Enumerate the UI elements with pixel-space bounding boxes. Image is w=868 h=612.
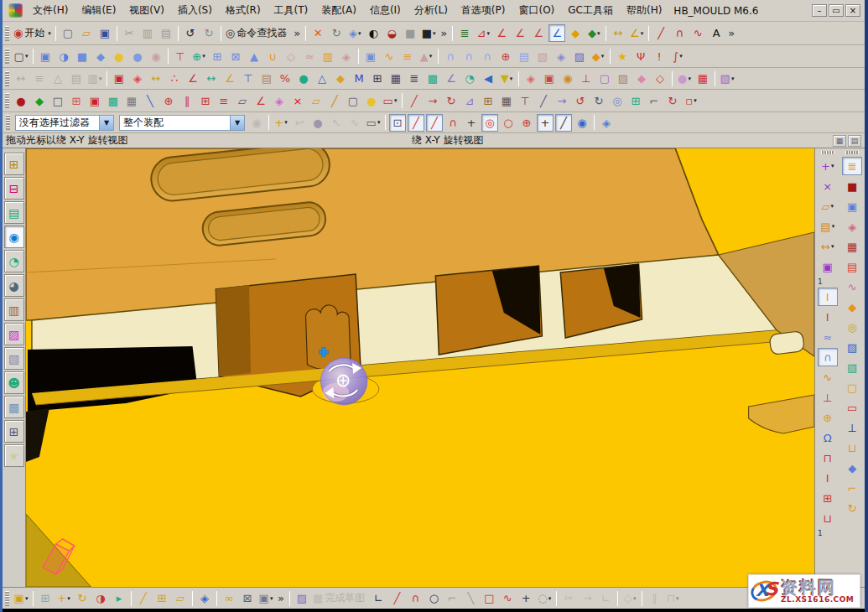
chamfer-icon[interactable]: ◇: [283, 48, 299, 65]
snap-quadrant-icon[interactable]: ○: [500, 114, 517, 132]
dropdown-arrow-icon[interactable]: ▾: [429, 53, 433, 60]
toolbar-overflow-chevron[interactable]: »: [276, 589, 286, 607]
selection-scope-dropdown[interactable]: 整个装配 ▼: [119, 115, 245, 131]
roles-tab[interactable]: ☻: [4, 371, 24, 394]
assembly-navigator-tab[interactable]: ⊞: [4, 153, 24, 175]
dropdown-arrow-icon[interactable]: ▾: [830, 203, 834, 210]
undo-icon[interactable]: ↺: [182, 24, 199, 42]
mw-bounding-box-icon[interactable]: ▣: [818, 257, 838, 276]
mw-delete-component-icon[interactable]: ×: [818, 177, 838, 195]
reflection-analysis-icon[interactable]: ∫▾: [669, 48, 686, 65]
sew-icon[interactable]: ▨: [571, 48, 588, 65]
layer-settings-icon[interactable]: ▢: [345, 92, 361, 110]
sketch-spline-icon[interactable]: ∿: [499, 589, 516, 607]
offset-surface-icon[interactable]: ∿: [381, 48, 398, 65]
gift-box-icon[interactable]: ▣: [86, 92, 103, 110]
dropdown-arrow-icon[interactable]: ▾: [510, 75, 513, 82]
corner-l-icon[interactable]: ⌐: [646, 92, 663, 110]
dropdown-arrow-icon[interactable]: ▾: [694, 97, 697, 104]
sketch-rectangle-icon[interactable]: □: [481, 589, 497, 607]
frame-red-icon[interactable]: ▭▾: [382, 92, 398, 110]
mw-frame-wire-icon[interactable]: ▭: [842, 398, 862, 417]
circle-pattern-icon[interactable]: ◎: [609, 92, 626, 110]
mw-surface-pink-icon[interactable]: ◆: [633, 70, 650, 87]
circle-target-icon[interactable]: ⊕: [160, 92, 177, 110]
styled-sweep-icon[interactable]: ∩: [460, 48, 477, 65]
dropdown-arrow-icon[interactable]: ▾: [601, 53, 605, 60]
command-finder-icon[interactable]: ◎命令查找器: [225, 24, 290, 42]
mw-pin-tall-icon[interactable]: I: [818, 288, 838, 306]
dropdown-arrow-icon[interactable]: ▾: [270, 595, 273, 602]
through-curves-icon[interactable]: ▤: [516, 48, 533, 65]
mw-core-cavity-pair-icon[interactable]: ◆: [842, 459, 862, 477]
system-materials-tab[interactable]: ▧: [4, 347, 24, 370]
suppress-component-icon[interactable]: ▸: [111, 589, 127, 607]
remember-constraints-icon[interactable]: ╱: [135, 589, 152, 607]
dropdown-arrow-icon[interactable]: ▾: [99, 75, 102, 82]
redo-icon[interactable]: ↻: [200, 24, 217, 42]
drag-line-icon[interactable]: ╱: [535, 92, 552, 110]
revolve-icon[interactable]: ◑: [55, 48, 72, 65]
mw-mold-base-icon[interactable]: ⊥: [842, 418, 862, 437]
move-object-icon[interactable]: ╱: [406, 92, 423, 110]
view-orient-icon[interactable]: ◈: [598, 114, 615, 132]
line-display-icon[interactable]: ╲: [142, 92, 159, 110]
grid-box-icon[interactable]: ▦: [123, 92, 140, 110]
snap-face-icon[interactable]: ◉: [574, 114, 590, 132]
radius-check-icon[interactable]: ∠: [185, 70, 201, 87]
thicken-icon[interactable]: ≡: [399, 48, 416, 65]
mw-curve-flow-icon[interactable]: ∿: [818, 368, 838, 386]
line-icon[interactable]: ╱: [652, 24, 669, 42]
wcs-orient-icon[interactable]: ∠: [548, 24, 565, 42]
mw-mold-tools-icon[interactable]: ▤: [842, 257, 862, 276]
menu-item-edit[interactable]: 编辑(E): [75, 3, 122, 18]
rotate-plane-icon[interactable]: ↻: [590, 92, 607, 110]
mw-stand-icon[interactable]: ⊥: [578, 70, 595, 87]
section-surface-icon[interactable]: ∩: [479, 48, 496, 65]
layer-colors-icon[interactable]: ≡: [216, 92, 232, 110]
sketch-arc-icon[interactable]: ∩: [407, 589, 424, 607]
dropdown-arrow-icon[interactable]: ▾: [731, 75, 735, 82]
toolbar-grip[interactable]: [5, 93, 9, 108]
new-file-icon[interactable]: ▢: [60, 24, 76, 42]
status-grid-icon[interactable]: ▦: [833, 135, 846, 147]
mw-ejector-pin-icon[interactable]: Ι: [818, 469, 838, 487]
history-tab[interactable]: ◔: [4, 250, 24, 272]
templates-tab[interactable]: ⊞: [4, 420, 24, 443]
mw-locating-ring-icon[interactable]: ⊕: [818, 408, 838, 427]
color-explorer-icon[interactable]: ▩: [424, 70, 441, 87]
measure-body-icon[interactable]: ↔: [148, 70, 164, 87]
menu-item-format[interactable]: 格式(R): [219, 3, 268, 18]
color-palette-icon[interactable]: ▩: [105, 92, 122, 110]
menu-item-preferences[interactable]: 首选项(P): [455, 3, 512, 18]
pattern-cube-icon[interactable]: ⊞: [68, 92, 85, 110]
swept-icon[interactable]: ∩: [442, 48, 459, 65]
toolbar-grip[interactable]: [6, 115, 10, 130]
mw-pin-short-icon[interactable]: I: [818, 308, 838, 326]
mw-workpiece-icon[interactable]: ◈: [842, 217, 862, 236]
dropdown-arrow-icon[interactable]: ▾: [25, 53, 29, 60]
boss-icon[interactable]: ◉: [148, 48, 164, 65]
rotate-view-icon[interactable]: ↻: [328, 24, 345, 42]
mw-rotate-part-icon[interactable]: ↻: [842, 499, 862, 517]
measure-distance-icon[interactable]: ↔: [610, 24, 626, 42]
menu-item-insert[interactable]: 插入(S): [171, 3, 219, 18]
toolbar-grip[interactable]: [5, 71, 9, 86]
toolbar-grip[interactable]: [5, 591, 9, 606]
image-gallery-tab[interactable]: ▩: [4, 396, 24, 418]
snap-point-icon[interactable]: +▾: [273, 114, 289, 132]
pattern-component-icon[interactable]: ⊞: [153, 589, 170, 607]
mw-bridge-icon[interactable]: ∩: [818, 348, 838, 366]
draft-icon[interactable]: ▲: [246, 48, 262, 65]
mw-measure-face-icon[interactable]: ↔▾: [818, 237, 838, 256]
clock-analysis-icon[interactable]: ◔: [461, 70, 478, 87]
dropdown-arrow-icon[interactable]: ▾: [433, 30, 436, 37]
rotate-strong-icon[interactable]: ↻: [664, 92, 681, 110]
visual-effects-icon[interactable]: ◆▾: [585, 24, 602, 42]
menu-item-view[interactable]: 视图(V): [122, 3, 171, 18]
snap-point-on-curve-icon[interactable]: +: [537, 114, 554, 132]
delete-icon[interactable]: ×: [289, 92, 306, 110]
face-gold-icon[interactable]: ◆: [332, 70, 349, 87]
cleanup-broom-icon[interactable]: ╱: [326, 92, 343, 110]
new-item-tab[interactable]: ★: [4, 444, 24, 467]
